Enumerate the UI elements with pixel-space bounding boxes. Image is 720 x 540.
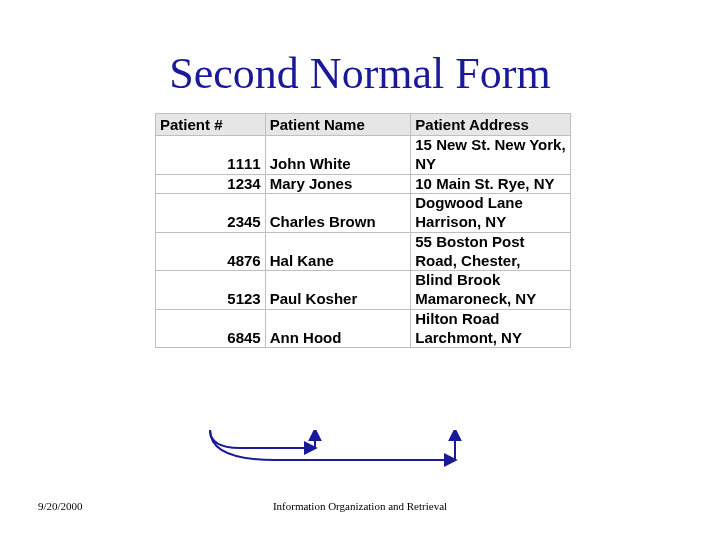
table-row: 2345 Charles Brown Dogwood Lane Harrison… — [156, 194, 571, 233]
table-row: 4876 Hal Kane 55 Boston Post Road, Chest… — [156, 232, 571, 271]
cell-name: Charles Brown — [265, 194, 411, 233]
cell-name: John White — [265, 136, 411, 175]
cell-num: 5123 — [156, 271, 266, 310]
cell-address: Dogwood Lane Harrison, NY — [411, 194, 571, 233]
slide-title: Second Normal Form — [0, 48, 720, 99]
cell-name: Paul Kosher — [265, 271, 411, 310]
cell-address: 10 Main St. Rye, NY — [411, 174, 571, 194]
col-header-patient-address: Patient Address — [411, 114, 571, 136]
cell-name: Hal Kane — [265, 232, 411, 271]
footer-center: Information Organization and Retrieval — [0, 500, 720, 512]
cell-address: Blind Brook Mamaroneck, NY — [411, 271, 571, 310]
table-row: 1111 John White 15 New St. New York, NY — [156, 136, 571, 175]
table-header-row: Patient # Patient Name Patient Address — [156, 114, 571, 136]
col-header-patient-num: Patient # — [156, 114, 266, 136]
patients-table: Patient # Patient Name Patient Address 1… — [155, 113, 571, 348]
cell-name: Mary Jones — [265, 174, 411, 194]
cell-num: 1111 — [156, 136, 266, 175]
cell-address: 55 Boston Post Road, Chester, — [411, 232, 571, 271]
table-row: 5123 Paul Kosher Blind Brook Mamaroneck,… — [156, 271, 571, 310]
cell-num: 1234 — [156, 174, 266, 194]
table-row: 1234 Mary Jones 10 Main St. Rye, NY — [156, 174, 571, 194]
cell-num: 2345 — [156, 194, 266, 233]
cell-name: Ann Hood — [265, 309, 411, 348]
col-header-patient-name: Patient Name — [265, 114, 411, 136]
dependency-arrows — [155, 430, 575, 472]
cell-address: 15 New St. New York, NY — [411, 136, 571, 175]
cell-num: 6845 — [156, 309, 266, 348]
patients-table-wrap: Patient # Patient Name Patient Address 1… — [155, 113, 571, 348]
cell-address: Hilton Road Larchmont, NY — [411, 309, 571, 348]
cell-num: 4876 — [156, 232, 266, 271]
table-row: 6845 Ann Hood Hilton Road Larchmont, NY — [156, 309, 571, 348]
